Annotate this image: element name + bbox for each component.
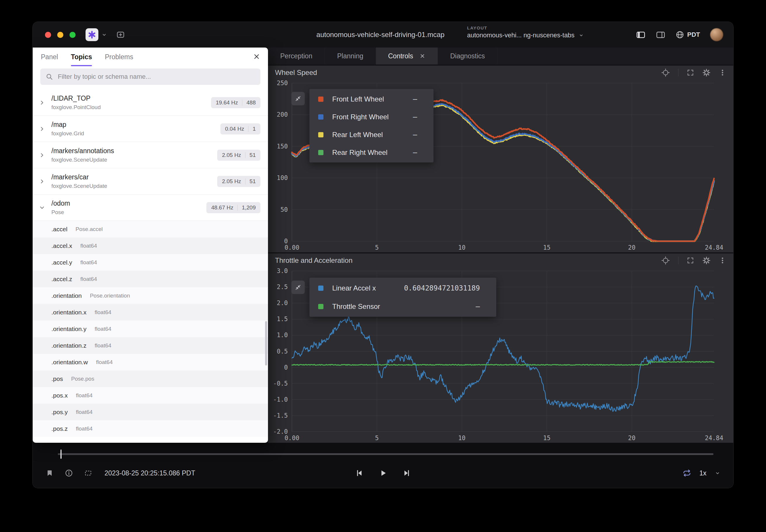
svg-text:2.5: 2.5 [277,283,288,291]
close-panel-icon[interactable] [253,53,260,60]
zoom-window-button[interactable] [69,32,76,38]
legend-row[interactable]: Rear Right Wheel — [310,143,433,161]
topic-frequency: 19.64 Hz [216,99,238,106]
message-field-row[interactable]: .accel Pose.accel [33,221,268,237]
series-label: Front Right Wheel [332,113,413,121]
chart-tab[interactable]: Controls [376,48,438,64]
message-field-row[interactable]: .pos.y float64 [33,404,268,420]
throttle-legend: Linear Accel x 0.6042894721031189 Thrott… [310,278,496,317]
legend-row[interactable]: Front Right Wheel — [310,108,433,126]
right-sidebar-toggle-icon[interactable] [656,30,666,39]
topic-stats-badge: 0.04 Hz 1 [221,123,260,134]
timezone-selector[interactable]: PDT [676,30,700,39]
more-options-icon[interactable] [719,69,726,76]
svg-text:-2.0: -2.0 [273,428,288,435]
topic-schema: foxglove.Grid [51,130,84,137]
sync-crosshair-icon[interactable] [661,68,670,77]
series-value: — [476,302,487,311]
topic-message-count: 488 [246,99,256,106]
series-color-swatch [318,114,324,120]
message-field-row[interactable]: .orientation.x float64 [33,304,268,321]
fullscreen-icon[interactable] [687,69,694,76]
chart-tab[interactable]: Perception [268,48,325,64]
chart-tab[interactable]: Diagnostics [438,48,497,64]
legend-collapse-button[interactable] [291,281,305,294]
scrollbar-thumb[interactable] [265,321,267,365]
field-name: .accel [51,226,67,233]
topic-message-count: 1 [253,126,256,132]
panel-title: Throttle and Acceleration [275,256,353,265]
message-field-row[interactable]: .orientation Pose.orientation [33,287,268,304]
message-field-row[interactable]: .orientation.z float64 [33,337,268,354]
message-field-row[interactable]: .accel.y float64 [33,254,268,271]
message-field-row[interactable]: .orientation.y float64 [33,321,268,337]
field-name: .orientation.y [51,325,86,333]
panel-tab[interactable]: Panel [41,48,58,66]
left-sidebar-toggle-icon[interactable] [636,30,646,39]
topic-row[interactable]: /markers/annotations foxglove.SceneUpdat… [33,142,268,168]
search-input[interactable] [57,73,255,81]
more-options-icon[interactable] [719,257,726,264]
panel-tab[interactable]: Topics [71,48,92,66]
close-window-button[interactable] [45,32,51,38]
svg-text:250: 250 [277,80,288,87]
field-type: float64 [76,392,92,399]
sync-crosshair-icon[interactable] [661,256,670,265]
message-field-row[interactable]: .orientation.w float64 [33,354,268,370]
field-name: .accel.x [51,242,72,249]
field-name: .pos [51,375,63,382]
message-field-row[interactable]: .pos Pose.pos [33,370,268,387]
legend-row[interactable]: Linear Accel x 0.6042894721031189 [310,279,496,297]
topic-row[interactable]: /LIDAR_TOP foxglove.PointCloud 19.64 Hz … [33,90,268,116]
field-type: float64 [95,309,111,316]
timeline-scrubber[interactable] [58,453,713,455]
user-avatar[interactable] [710,28,723,41]
topic-row[interactable]: /map foxglove.Grid 0.04 Hz 1 [33,116,268,142]
settings-gear-icon[interactable] [702,69,711,77]
minimize-window-button[interactable] [57,32,63,38]
fullscreen-icon[interactable] [687,257,694,264]
settings-gear-icon[interactable] [702,256,711,265]
selection-frame-icon[interactable] [84,469,92,477]
foxglove-logo[interactable] [85,28,98,41]
loop-playback-icon[interactable] [683,469,691,477]
svg-text:24.84: 24.84 [705,435,723,442]
chevron-right-icon[interactable] [33,99,51,106]
playback-bar: 2023-08-25 20:25:15.086 PDT 1x [33,443,733,488]
legend-collapse-button[interactable] [291,92,305,105]
message-field-row[interactable]: .accel.z float64 [33,271,268,287]
play-button-icon[interactable] [378,468,388,478]
tab-close-icon[interactable] [419,53,425,59]
topic-schema: foxglove.SceneUpdate [51,183,107,189]
message-field-row[interactable]: .pos.x float64 [33,387,268,404]
layout-selector[interactable]: LAYOUT autonomous-vehi... ng-nuscenes-ta… [467,25,584,39]
svg-text:150: 150 [277,143,288,150]
legend-row[interactable]: Throttle Sensor — [310,297,496,316]
playback-speed[interactable]: 1x [699,469,707,477]
chevron-right-icon[interactable] [33,126,51,132]
search-icon [45,73,53,81]
seek-forward-icon[interactable] [402,469,411,477]
bookmark-icon[interactable] [45,469,54,477]
topic-row[interactable]: /markers/car foxglove.SceneUpdate 2.05 H… [33,168,268,195]
message-field-row[interactable]: .accel.x float64 [33,237,268,254]
playhead[interactable] [60,449,62,459]
wheel-speed-panel: Wheel Speed [268,66,733,252]
speed-dropdown-chevron-icon[interactable] [715,470,721,476]
new-window-icon[interactable] [116,30,125,39]
seek-backward-icon[interactable] [355,469,364,477]
info-icon[interactable] [65,469,73,477]
chevron-right-icon[interactable] [33,152,51,158]
app-menu-chevron-icon[interactable] [101,32,107,38]
legend-row[interactable]: Front Left Wheel — [310,90,433,108]
chart-tab[interactable]: Planning [325,48,376,64]
series-color-swatch [318,132,324,137]
topic-row[interactable]: /odom Pose 48.67 Hz 1,209 [33,195,268,221]
topic-stats-badge: 2.05 Hz 51 [217,150,260,161]
message-field-row[interactable]: .pos.z float64 [33,420,268,437]
chevron-right-icon[interactable] [33,178,51,185]
legend-row[interactable]: Rear Left Wheel — [310,126,433,143]
window-controls [45,32,76,38]
chevron-right-icon[interactable] [33,204,51,211]
panel-tab[interactable]: Problems [105,48,133,66]
